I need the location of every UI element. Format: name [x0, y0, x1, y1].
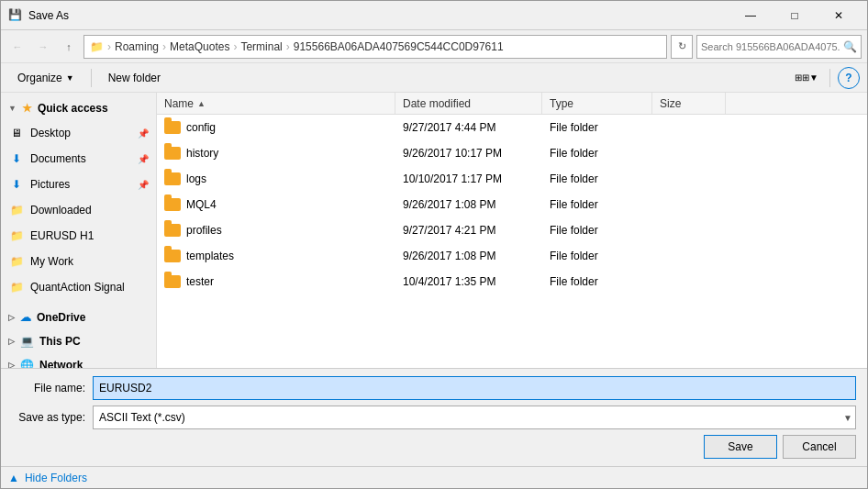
address-box[interactable]: 📁 › Roaming › MetaQuotes › Terminal › 91…: [83, 35, 667, 59]
savetype-label: Save as type:: [12, 411, 85, 424]
title-bar-buttons: — □ ✕: [729, 2, 860, 29]
file-date-cell: 9/27/2017 4:44 PM: [395, 115, 542, 139]
forward-button[interactable]: →: [32, 36, 54, 58]
file-size-cell: [652, 217, 726, 242]
close-button[interactable]: ✕: [818, 2, 860, 29]
file-type-cell: File folder: [542, 217, 652, 242]
folder-icon: [164, 121, 181, 134]
downloaded-icon: 📁: [8, 202, 25, 218]
new-folder-label: New folder: [108, 72, 161, 84]
col-name-label: Name: [164, 97, 194, 110]
bottom-section: File name: Save as type: ASCII Text (*.c…: [1, 368, 867, 466]
breadcrumb: 📁 › Roaming › MetaQuotes › Terminal › 91…: [90, 40, 504, 53]
help-button[interactable]: ?: [838, 67, 860, 89]
file-name: config: [186, 121, 216, 134]
maximize-button[interactable]: □: [773, 2, 816, 29]
organize-button[interactable]: Organize ▼: [8, 67, 83, 89]
organize-arrow: ▼: [66, 73, 74, 83]
breadcrumb-roaming: Roaming: [115, 40, 159, 53]
toolbar-separator: [91, 69, 92, 87]
save-button[interactable]: Save: [704, 435, 777, 459]
hide-folders-bar[interactable]: ▲ Hide Folders: [1, 466, 867, 488]
file-name-cell: MQL4: [157, 192, 395, 217]
file-size-cell: [652, 166, 726, 191]
desktop-pin-icon: 📌: [138, 128, 149, 139]
sidebar-item-pictures[interactable]: ⬇ Pictures 📌: [1, 172, 156, 197]
onedrive-header[interactable]: ▷ ☁ OneDrive: [1, 306, 156, 329]
file-size-cell: [652, 140, 726, 165]
pictures-pin-icon: 📌: [138, 180, 149, 190]
quick-access-arrow: ▼: [8, 104, 17, 113]
col-header-name[interactable]: Name ▲: [157, 93, 395, 114]
onedrive-label: OneDrive: [37, 311, 85, 324]
thispc-header[interactable]: ▷ 💻 This PC: [1, 329, 156, 353]
sidebar-item-downloaded[interactable]: 📁 Downloaded: [1, 197, 156, 223]
refresh-button[interactable]: ↻: [671, 35, 693, 59]
table-row[interactable]: logs 10/10/2017 1:17 PM File folder: [157, 166, 867, 192]
file-date-cell: 10/4/2017 1:35 PM: [395, 269, 542, 294]
file-date-cell: 9/26/2017 1:08 PM: [395, 192, 542, 217]
title-bar-text: Save As: [28, 9, 729, 22]
view-button[interactable]: ⊞⊞ ▼: [791, 67, 822, 89]
file-size-cell: [652, 115, 726, 139]
search-input[interactable]: [701, 41, 840, 52]
back-button[interactable]: ←: [6, 36, 28, 58]
table-row[interactable]: config 9/27/2017 4:44 PM File folder: [157, 115, 867, 140]
savetype-wrapper: ASCII Text (*.csv) ▼: [93, 406, 856, 429]
file-name-cell: history: [157, 140, 395, 165]
sidebar-item-mywork[interactable]: 📁 My Work: [1, 249, 156, 274]
file-type-cell: File folder: [542, 166, 652, 191]
search-box[interactable]: 🔍: [696, 35, 862, 59]
file-date-cell: 10/10/2017 1:17 PM: [395, 166, 542, 191]
sidebar-item-documents[interactable]: ⬇ Documents 📌: [1, 146, 156, 172]
sidebar-item-desktop[interactable]: 🖥 Desktop 📌: [1, 120, 156, 146]
breadcrumb-terminal: Terminal: [240, 40, 282, 53]
sidebar-downloaded-label: Downloaded: [30, 204, 92, 217]
new-folder-button[interactable]: New folder: [99, 67, 170, 89]
table-row[interactable]: profiles 9/27/2017 4:21 PM File folder: [157, 217, 867, 243]
breadcrumb-sep4: ›: [286, 40, 290, 53]
file-list-header: Name ▲ Date modified Type Size: [157, 93, 867, 115]
cancel-button[interactable]: Cancel: [783, 435, 856, 459]
folder-icon: [164, 250, 181, 262]
eurusd-icon: 📁: [8, 228, 25, 244]
desktop-icon: 🖥: [8, 125, 25, 141]
savetype-select[interactable]: ASCII Text (*.csv): [93, 406, 856, 429]
mywork-icon: 📁: [8, 253, 25, 270]
filename-label: File name:: [12, 382, 85, 395]
col-size-label: Size: [660, 97, 681, 110]
col-header-date[interactable]: Date modified: [395, 93, 542, 114]
table-row[interactable]: tester 10/4/2017 1:35 PM File folder: [157, 269, 867, 295]
sidebar-item-quantaction[interactable]: 📁 QuantAction Signal: [1, 274, 156, 300]
sidebar-item-eurusd[interactable]: 📁 EURUSD H1: [1, 223, 156, 249]
quick-access-label: Quick access: [38, 102, 108, 115]
table-row[interactable]: templates 9/26/2017 1:08 PM File folder: [157, 243, 867, 269]
folder-icon: [164, 275, 181, 288]
col-header-size[interactable]: Size: [652, 93, 726, 114]
table-row[interactable]: MQL4 9/26/2017 1:08 PM File folder: [157, 192, 867, 217]
table-row[interactable]: history 9/26/2017 10:17 PM File folder: [157, 140, 867, 166]
network-header[interactable]: ▷ 🌐 Network: [1, 353, 156, 368]
quick-access-header[interactable]: ▼ ★ Quick access: [1, 96, 156, 120]
file-name: logs: [186, 172, 206, 185]
sidebar-mywork-label: My Work: [30, 255, 73, 268]
documents-icon: ⬇: [8, 150, 25, 167]
minimize-button[interactable]: —: [729, 2, 772, 29]
file-name-cell: tester: [157, 269, 395, 294]
file-name-cell: logs: [157, 166, 395, 191]
dialog-icon: 💾: [8, 8, 23, 23]
folder-icon: [164, 224, 181, 237]
file-name: tester: [186, 275, 214, 288]
up-button[interactable]: ↑: [58, 36, 80, 58]
folder-icon: [164, 198, 181, 211]
col-header-type[interactable]: Type: [542, 93, 652, 114]
filename-input[interactable]: [93, 376, 856, 400]
quantaction-icon: 📁: [8, 279, 25, 295]
folder-icon: [164, 147, 181, 160]
address-bar: ← → ↑ 📁 › Roaming › MetaQuotes › Termina…: [1, 30, 867, 63]
save-as-dialog: 💾 Save As — □ ✕ ← → ↑ 📁 › Roaming › Meta…: [0, 0, 868, 489]
network-icon: 🌐: [20, 359, 34, 368]
file-type-cell: File folder: [542, 115, 652, 139]
col-date-label: Date modified: [403, 97, 471, 110]
sidebar-quantaction-label: QuantAction Signal: [30, 281, 125, 294]
